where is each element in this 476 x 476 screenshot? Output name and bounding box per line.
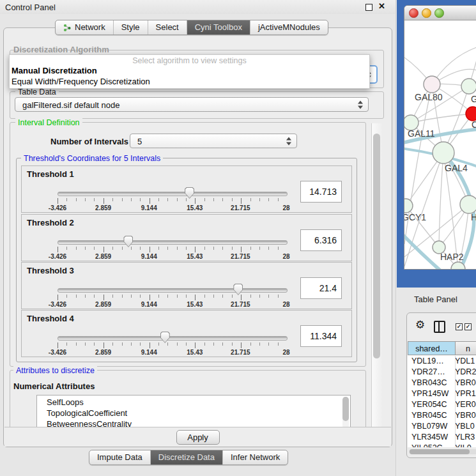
column-header-name[interactable]: n: [455, 341, 476, 355]
checkbox-icon[interactable]: ✓: [456, 323, 463, 330]
table-row[interactable]: YDR27…YDR2: [408, 367, 476, 378]
tick-label: 21.715: [231, 204, 250, 211]
network-canvas[interactable]: GAL80 G C GAL11 GAL4 GCY1 H HAP2: [404, 20, 476, 269]
node-label-gal11: GAL11: [408, 128, 435, 139]
table-row[interactable]: YBR045CYBR0: [408, 410, 476, 421]
split-panel-icon[interactable]: [434, 321, 445, 333]
node-gal4[interactable]: [433, 142, 454, 164]
tab-jactivemnodules[interactable]: jActiveMNodules: [250, 20, 328, 35]
num-intervals-label: Number of Intervals: [50, 137, 128, 146]
threshold-1-value-field[interactable]: 14.713: [300, 181, 342, 203]
slider-thumb[interactable]: [233, 284, 243, 295]
tab-impute-data[interactable]: Impute Data: [89, 450, 150, 464]
close-traffic-light-icon[interactable]: [409, 8, 418, 18]
num-intervals-spinner[interactable]: 5: [130, 134, 297, 148]
slider-scale: -3.426 2.859 9.144 15.43 21.715 28: [58, 204, 286, 212]
node-top-right[interactable]: [461, 79, 476, 94]
slider-ticks: [58, 295, 287, 300]
slider-thumb[interactable]: [160, 332, 170, 343]
threshold-coords-title: Threshold's Coordinates for 5 Intervals: [21, 154, 163, 163]
num-intervals-value: 5: [137, 137, 142, 146]
tab-network[interactable]: Network: [56, 20, 113, 35]
list-item[interactable]: TopologicalCoefficient: [37, 408, 350, 418]
threshold-4-value-field[interactable]: 11.344: [300, 325, 342, 347]
float-window-icon[interactable]: [365, 4, 372, 11]
network-window-titlebar[interactable]: [404, 6, 476, 20]
control-panel-window: Control Panel ✕ Network Style Select Cyn…: [0, 0, 396, 476]
list-scrollbar[interactable]: [342, 397, 349, 429]
table-data-combobox[interactable]: galFiltered.sif default node: [15, 97, 369, 112]
zoom-traffic-light-icon[interactable]: [434, 8, 444, 18]
slider-scale: -3.426 2.859 9.144 15.43 21.715 28: [58, 349, 286, 357]
table-row[interactable]: YIL052CYIL0: [408, 443, 476, 447]
tick-label: 28: [282, 253, 289, 260]
network-graph: GAL80 G C GAL11 GAL4 GCY1 H HAP2: [404, 20, 476, 269]
tick-label: 28: [282, 301, 289, 308]
tick-label: 2.859: [95, 253, 111, 260]
node-selected-red[interactable]: [466, 107, 476, 121]
node-label-h: H: [471, 212, 476, 222]
table-h-scrollbar-thumb[interactable]: [410, 449, 470, 454]
apply-button[interactable]: Apply: [176, 430, 220, 445]
control-panel-titlebar: Control Panel ✕: [0, 0, 395, 14]
tab-infer-network[interactable]: Infer Network: [222, 450, 288, 464]
node-gcy1[interactable]: [404, 199, 413, 213]
algorithm-section-title: Discretization Algorithm: [13, 45, 109, 54]
tab-select[interactable]: Select: [148, 20, 187, 35]
tab-select-label: Select: [156, 20, 179, 35]
tab-discretize-data-label: Discretize Data: [158, 450, 215, 464]
tick-label: 9.144: [141, 204, 157, 211]
minimize-traffic-light-icon[interactable]: [422, 8, 431, 18]
threshold-3-value-field[interactable]: 21.4: [300, 277, 342, 299]
slider-track[interactable]: [58, 192, 288, 196]
slider-scale: -3.426 2.859 9.144 15.43 21.715 28: [58, 253, 286, 261]
table-row[interactable]: YBL079WYBL0: [408, 421, 476, 432]
tick-label: 15.43: [187, 253, 203, 260]
slider-track[interactable]: [58, 336, 288, 341]
slider-thumb[interactable]: [185, 187, 194, 199]
table-h-scrollbar[interactable]: [409, 449, 476, 454]
slider-ticks: [58, 247, 287, 252]
table-row[interactable]: YLR345WYLR3: [408, 432, 476, 443]
list-item[interactable]: SelfLoops: [37, 395, 350, 408]
threshold-3-panel: Threshold 3 -3.426 2.859 9.144 15.43 21.…: [21, 262, 352, 309]
dropdown-option-manual-discretization[interactable]: Manual Discretization: [12, 66, 97, 75]
table-panel-title: Table Panel: [414, 295, 457, 304]
tab-discretize-data[interactable]: Discretize Data: [150, 450, 222, 464]
node-label-hap2: HAP2: [440, 252, 464, 262]
column-header-shared-name[interactable]: shared…: [408, 341, 456, 355]
table-row[interactable]: YBR043CYBR0: [408, 378, 476, 388]
threshold-4-slider[interactable]: -3.426 2.859 9.144 15.43 21.715 28: [58, 331, 286, 357]
tick-label: 9.144: [141, 349, 157, 356]
close-icon[interactable]: ✕: [378, 1, 385, 11]
threshold-3-label: Threshold 3: [27, 266, 74, 275]
tab-style[interactable]: Style: [113, 20, 148, 35]
tick-label: 21.715: [231, 301, 250, 308]
slider-track[interactable]: [58, 240, 288, 245]
attributes-list[interactable]: SelfLoops TopologicalCoefficient Between…: [36, 395, 351, 431]
dropdown-option-equal-width[interactable]: Equal Width/Frequency Discretization: [12, 77, 150, 86]
table-row[interactable]: YDL19…YDL1: [408, 356, 476, 367]
slider-track[interactable]: [58, 288, 288, 293]
tab-infer-network-label: Infer Network: [231, 450, 280, 464]
table-data-title: Table Data: [15, 88, 59, 96]
attributes-title: Attributes to discretize: [13, 366, 97, 375]
tick-label: 2.859: [95, 301, 111, 308]
node-gal80[interactable]: [424, 76, 440, 93]
threshold-2-value-field[interactable]: 6.316: [300, 229, 342, 251]
cyni-toolbox-panel: Discretization Algorithm Select algorith…: [3, 27, 392, 447]
panel-scrollbar-thumb[interactable]: [373, 134, 380, 358]
table-row[interactable]: YER054CYER0: [408, 399, 476, 410]
tab-jactivemnodules-label: jActiveMNodules: [258, 20, 320, 35]
checkbox-icon[interactable]: ✓: [464, 323, 472, 330]
gear-icon[interactable]: ⚙: [415, 319, 425, 332]
threshold-2-slider[interactable]: -3.426 2.859 9.144 15.43 21.715 28: [58, 235, 286, 261]
tab-cyni-toolbox[interactable]: Cyni Toolbox: [187, 20, 250, 35]
threshold-3-slider[interactable]: -3.426 2.859 9.144 15.43 21.715 28: [58, 283, 286, 309]
tab-impute-data-label: Impute Data: [97, 450, 142, 464]
slider-thumb[interactable]: [123, 236, 133, 247]
threshold-1-slider[interactable]: -3.426 2.859 9.144 15.43 21.715 28: [58, 187, 286, 212]
table-row[interactable]: YPR145WYPR1: [408, 388, 476, 399]
panel-scrollbar[interactable]: [371, 123, 382, 427]
node-h[interactable]: [460, 196, 476, 213]
